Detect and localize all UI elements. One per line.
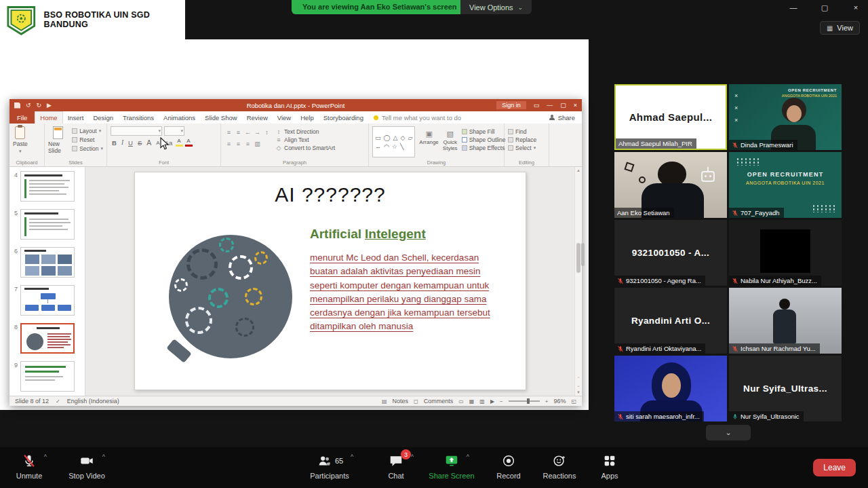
reset-button[interactable]: Reset [72,136,103,143]
apps-button[interactable]: Apps [591,453,628,480]
italic-button[interactable]: I [120,139,125,146]
tab-storyboarding[interactable]: Storyboarding [319,111,368,124]
redo-icon[interactable] [37,102,42,109]
tab-slide-show[interactable]: Slide Show [200,111,242,124]
participant-tile-siti-sarah[interactable]: siti sarah maesaroh_infr... [614,356,727,421]
share-scroll-handle[interactable] [581,243,585,266]
rectangle-shape-icon[interactable] [375,134,381,141]
ppt-restore-button[interactable] [560,102,566,109]
align-right-icon[interactable] [243,140,252,147]
participant-tile-dinda[interactable]: OPEN RECRUITMENT ANGGOTA ROBOTIKA UIN 20… [729,84,842,150]
shape-outline-button[interactable]: Shape Outline [462,136,506,143]
section-button[interactable]: Section [72,145,103,152]
slide-thumbnail-7[interactable]: 7 [11,285,82,316]
shape-fill-button[interactable]: Shape Fill [462,128,506,135]
scrollbar-handle[interactable] [576,243,580,273]
slide-thumbnail-9[interactable]: 9 [11,361,82,392]
participant-tile-ageng[interactable]: 9321001050 - A... 9321001050 - Ageng Ra.… [614,220,727,286]
increase-font-button[interactable]: A [145,138,153,147]
zoom-in-icon[interactable] [545,398,549,405]
tab-design[interactable]: Design [88,111,118,124]
tab-view[interactable]: View [273,111,296,124]
tab-transitions[interactable]: Transitions [118,111,159,124]
stop-video-button[interactable]: Stop Video [62,453,111,480]
font-name-select[interactable] [111,126,162,136]
new-slide-button[interactable]: New Slide [48,126,68,157]
share-options-caret[interactable] [467,453,469,460]
chat-button[interactable]: 3 Chat [380,453,412,480]
text-direction-button[interactable]: Text Direction [275,128,335,135]
reading-view-icon[interactable] [479,398,485,405]
replace-button[interactable]: Replace [508,136,536,143]
tab-help[interactable]: Help [296,111,319,124]
highlight-color-icon[interactable] [176,139,183,147]
previous-slide-icon[interactable] [575,376,582,381]
audio-options-caret[interactable] [44,453,47,460]
arc-shape-icon[interactable] [384,143,389,150]
slide-scrollbar[interactable] [574,167,582,396]
collapse-gallery-button[interactable] [706,425,751,440]
tell-me-box[interactable]: Tell me what you want to do [368,111,467,124]
line-spacing-icon[interactable] [262,129,271,136]
tab-review[interactable]: Review [242,111,273,124]
convert-smartart-button[interactable]: Convert to SmartArt [275,145,335,151]
participant-tile-nabila[interactable]: Nabila Nur Athiyah_Buzz... [729,220,842,286]
close-button[interactable] [850,3,861,12]
paste-button[interactable]: Paste [13,126,28,157]
underline-button[interactable]: U [127,139,134,147]
ppt-close-button[interactable] [574,102,577,109]
slide-thumbnail-4[interactable]: 4 [11,171,82,202]
slide-thumbnail-6[interactable]: 6 [11,247,82,278]
record-button[interactable]: Record [487,453,530,480]
save-icon[interactable] [14,102,20,109]
parallelogram-shape-icon[interactable] [408,134,412,141]
participant-tile-aan-eko[interactable]: Aan Eko Setiawan [614,152,727,218]
tab-animations[interactable]: Animations [159,111,200,124]
columns-icon[interactable] [253,140,262,147]
shape-gallery[interactable] [372,126,415,157]
bullets-icon[interactable] [224,129,233,136]
comments-button[interactable]: Comments [424,398,454,405]
participant-tile-ryandini[interactable]: Ryandini Arti O... Ryandini Arti Oktaviy… [614,288,727,354]
arrow-shape-icon[interactable] [375,143,381,150]
next-slide-icon[interactable] [575,383,582,388]
tab-file[interactable]: File [9,111,35,124]
reactions-button[interactable]: Reactions [536,453,583,480]
zoom-slider-handle[interactable] [527,398,530,404]
undo-icon[interactable] [26,102,31,109]
find-button[interactable]: Find [508,128,536,135]
triangle-shape-icon[interactable] [393,134,398,141]
quick-styles-button[interactable]: Quick Styles [443,126,458,157]
slide-thumbnail-5[interactable]: 5 [11,209,82,240]
view-options-dropdown[interactable]: View Options [460,0,532,14]
zoom-out-icon[interactable] [500,398,503,405]
sign-in-button[interactable]: Sign in [496,101,526,109]
align-left-icon[interactable] [224,140,233,147]
view-button[interactable]: View [820,21,860,35]
slide-sorter-icon[interactable] [469,398,475,405]
select-button[interactable]: Select [508,145,536,151]
align-center-icon[interactable] [234,140,243,147]
layout-button[interactable]: Layout [72,128,103,134]
start-slideshow-icon[interactable] [47,102,52,109]
arrange-button[interactable]: Arrange [419,126,438,157]
indent-increase-icon[interactable] [253,129,262,136]
video-options-caret[interactable] [102,453,105,460]
line-shape-icon[interactable] [400,143,403,150]
participant-tile-nur-syifa[interactable]: Nur Syifa_Ultras... Nur Syifa_Ultrasonic [729,356,842,421]
align-text-button[interactable]: Align Text [275,136,335,143]
participants-button[interactable]: 65 Participants [302,453,357,480]
strikethrough-button[interactable]: S [136,139,143,147]
fit-slide-icon[interactable] [571,398,576,405]
share-screen-button[interactable]: Share Screen [423,453,480,480]
zoom-slider[interactable] [509,400,540,402]
indent-decrease-icon[interactable] [243,129,252,136]
participant-tile-ichsan[interactable]: Ichsan Nur Rachmad Yu... [729,288,842,354]
current-slide[interactable]: AI ??????? ArtificialIntelegent menurut … [134,172,526,390]
slide-thumbnail-8-selected[interactable]: 8 [11,323,82,354]
shape-effects-button[interactable]: Shape Effects [462,145,506,151]
chat-options-caret[interactable] [411,453,414,460]
unmute-button[interactable]: Unmute [9,453,49,480]
slideshow-icon[interactable] [490,398,494,405]
ribbon-options-icon[interactable] [534,102,540,109]
